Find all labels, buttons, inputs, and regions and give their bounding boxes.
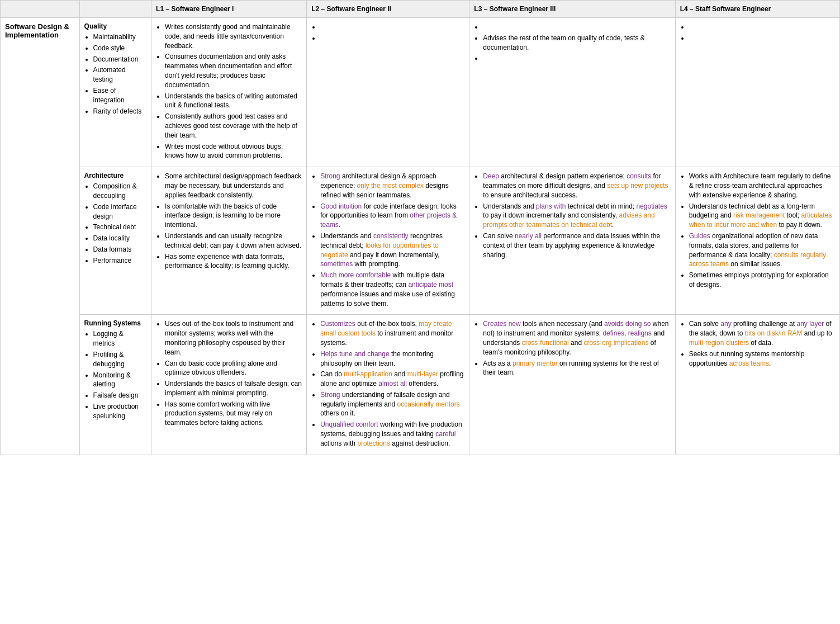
list-item bbox=[320, 22, 464, 32]
list-item: Understands and plans with technical deb… bbox=[483, 202, 670, 230]
list-item: Helps tune and change the monitoring phi… bbox=[320, 349, 464, 368]
list-item bbox=[689, 34, 835, 43]
subcategory-item: Automated testing bbox=[93, 65, 146, 84]
subcategory-item: Code interface design bbox=[93, 202, 146, 221]
subcategory-item: Documentation bbox=[93, 55, 146, 64]
subcategory-item: Ease of integration bbox=[93, 86, 146, 105]
list-item: Deep architectural & design pattern expe… bbox=[483, 172, 670, 200]
list-item: Understands and can usually recognize te… bbox=[165, 231, 302, 250]
subcategory-title: Architecture bbox=[84, 172, 146, 179]
subcategory-item: Code style bbox=[93, 44, 146, 53]
subcategory-cell: Running SystemsLogging & metricsProfilin… bbox=[79, 315, 151, 455]
main-category-cell: Software Design & Implementation bbox=[1, 18, 80, 455]
table-row: Software Design & ImplementationQualityM… bbox=[1, 18, 840, 167]
list-item: Good intuition for code interface design… bbox=[320, 202, 464, 230]
l3-cell: Deep architectural & design pattern expe… bbox=[469, 167, 675, 315]
l2-cell: Strong architectural design & approach e… bbox=[307, 167, 469, 315]
l1-cell: Writes consistently good and maintainabl… bbox=[151, 18, 307, 167]
list-item: Advises the rest of the team on quality … bbox=[483, 34, 670, 53]
subcategory-item: Data locality bbox=[93, 234, 146, 243]
table-row: Running SystemsLogging & metricsProfilin… bbox=[1, 315, 840, 455]
subcategory-item: Performance bbox=[93, 256, 146, 266]
subcategory-item: Maintainability bbox=[93, 32, 146, 42]
subcategory-title: Running Systems bbox=[84, 319, 146, 327]
list-item: Customizes out-of-the-box tools, may cre… bbox=[320, 319, 464, 347]
list-item: Acts as a primary mentor on running syst… bbox=[483, 359, 670, 378]
list-item: Consumes documentation and only asks tea… bbox=[165, 52, 302, 89]
table-row: ArchitectureComposition & decouplingCode… bbox=[1, 167, 840, 315]
subcategory-cell: ArchitectureComposition & decouplingCode… bbox=[79, 167, 151, 315]
subcategory-item: Monitoring & alerting bbox=[93, 371, 146, 390]
l2-cell: Customizes out-of-the-box tools, may cre… bbox=[307, 315, 469, 455]
list-item: Uses out-of-the-box tools to instrument … bbox=[165, 319, 302, 357]
list-item: Understands technical debt as a long-ter… bbox=[689, 202, 835, 230]
subcategory-item: Logging & metrics bbox=[93, 329, 146, 348]
l3-cell: Creates new tools when necessary (and av… bbox=[469, 315, 675, 455]
subcategory-item: Profiling & debugging bbox=[93, 350, 146, 369]
header-l1: L1 – Software Engineer I bbox=[151, 1, 307, 18]
l3-cell: Advises the rest of the team on quality … bbox=[469, 18, 675, 167]
list-item bbox=[483, 54, 670, 63]
list-item: Understands and consistently recognizes … bbox=[320, 231, 464, 269]
l1-cell: Some architectural design/approach feedb… bbox=[151, 167, 307, 315]
list-item bbox=[483, 22, 670, 32]
list-item: Guides organizational adoption of new da… bbox=[689, 231, 835, 269]
subcategory-item: Failsafe design bbox=[93, 391, 146, 400]
list-item: Can do multi-application and multi-layer… bbox=[320, 370, 464, 389]
header-col1 bbox=[79, 1, 151, 18]
l4-cell: Works with Architecture team regularly t… bbox=[675, 167, 839, 315]
list-item: Strong understanding of failsafe design … bbox=[320, 390, 464, 418]
subcategory-item: Data formats bbox=[93, 245, 146, 254]
subcategory-item: Live production spelunking bbox=[93, 402, 146, 421]
list-item: Much more comfortable with multiple data… bbox=[320, 271, 464, 308]
l2-cell bbox=[307, 18, 469, 167]
list-item: Is comfortable with the basics of code i… bbox=[165, 202, 302, 230]
list-item: Seeks out running systems mentorship opp… bbox=[689, 349, 835, 368]
list-item: Works with Architecture team regularly t… bbox=[689, 172, 835, 200]
list-item: Strong architectural design & approach e… bbox=[320, 172, 464, 200]
header-l2: L2 – Software Engineer II bbox=[307, 1, 469, 18]
list-item: Creates new tools when necessary (and av… bbox=[483, 319, 670, 357]
subcategory-cell: QualityMaintainabilityCode styleDocument… bbox=[79, 18, 151, 167]
list-item: Writes consistently good and maintainabl… bbox=[165, 22, 302, 50]
list-item: Consistently authors good test cases and… bbox=[165, 112, 302, 140]
subcategory-item: Composition & decoupling bbox=[93, 182, 146, 201]
l4-cell bbox=[675, 18, 839, 167]
subcategory-title: Quality bbox=[84, 22, 146, 30]
list-item: Some architectural design/approach feedb… bbox=[165, 172, 302, 200]
list-item: Understands the basics of failsafe desig… bbox=[165, 379, 302, 398]
subcategory-item: Technical debt bbox=[93, 223, 146, 232]
list-item bbox=[689, 22, 835, 32]
list-item: Can solve any profiling challenge at any… bbox=[689, 319, 835, 347]
list-item: Understands the basics of writing automa… bbox=[165, 92, 302, 111]
l4-cell: Can solve any profiling challenge at any… bbox=[675, 315, 839, 455]
header-l3: L3 – Software Engineer III bbox=[469, 1, 675, 18]
subcategory-item: Rarity of defects bbox=[93, 107, 146, 116]
list-item: Can solve nearly all performance and dat… bbox=[483, 231, 670, 259]
list-item: Has some comfort working with live produ… bbox=[165, 400, 302, 428]
list-item bbox=[320, 34, 464, 43]
list-item: Unqualified comfort working with live pr… bbox=[320, 420, 464, 448]
l1-cell: Uses out-of-the-box tools to instrument … bbox=[151, 315, 307, 455]
list-item: Can do basic code profiling alone and op… bbox=[165, 359, 302, 378]
list-item: Sometimes employs prototyping for explor… bbox=[689, 271, 835, 290]
list-item: Has some experience with data formats, p… bbox=[165, 252, 302, 271]
header-col0 bbox=[1, 1, 80, 18]
list-item: Writes most code without obvious bugs; k… bbox=[165, 142, 302, 161]
header-l4: L4 – Staff Software Engineer bbox=[675, 1, 839, 18]
